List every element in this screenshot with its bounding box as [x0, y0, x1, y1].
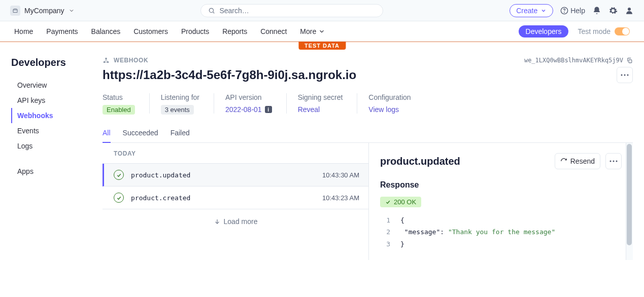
event-row[interactable]: product.created 10:43:23 AM [103, 187, 368, 209]
company-name: MyCompany [24, 7, 64, 15]
response-body: 1{ 2 "message": "Thank you for the messa… [380, 214, 622, 250]
svg-rect-8 [629, 59, 632, 62]
webhook-url: https://1a2b-3c4d-5e6f-7g8h-9i0j.sa.ngro… [103, 68, 356, 82]
code-line: 1{ [380, 214, 622, 226]
svg-point-13 [610, 161, 612, 162]
topbar-right: Create Help [510, 4, 634, 17]
nav-balances[interactable]: Balances [91, 27, 121, 35]
nav-right: Developers Test mode [519, 25, 630, 38]
tab-failed[interactable]: Failed [171, 126, 190, 142]
event-time: 10:43:30 AM [322, 171, 359, 179]
create-button[interactable]: Create [510, 4, 553, 17]
developers-pill[interactable]: Developers [519, 25, 569, 38]
svg-point-11 [627, 75, 629, 76]
reveal-link[interactable]: Reveal [298, 105, 343, 114]
code-line: 2 "message": "Thank you for the message" [380, 226, 622, 238]
tab-all[interactable]: All [103, 126, 111, 143]
copy-icon[interactable] [626, 57, 633, 64]
dots-icon [621, 74, 629, 76]
help-icon [560, 7, 568, 15]
tab-succeeded[interactable]: Succeeded [123, 126, 158, 142]
status-label: Status [103, 93, 135, 101]
split-view: TODAY product.updated 10:43:30 AM produc… [103, 143, 633, 260]
webhook-icon [103, 57, 110, 64]
event-time: 10:43:23 AM [322, 194, 359, 202]
test-data-badge: TEST DATA [298, 42, 346, 50]
detail-title: product.updated [380, 156, 550, 167]
nav-payments[interactable]: Payments [46, 27, 78, 35]
scrollbar[interactable] [626, 143, 633, 260]
search-placeholder: Search… [219, 7, 249, 15]
webhook-id: we_1LXQ0wBBslhmvAKEYRkq5j9V [524, 57, 623, 64]
nav-row: Home Payments Balances Customers Product… [0, 21, 644, 42]
company-switcher[interactable]: MyCompany [10, 6, 75, 16]
kv-status: Status Enabled [103, 93, 150, 114]
main-layout: Developers Overview API keys Webhooks Ev… [0, 42, 644, 260]
nav-left: Home Payments Balances Customers Product… [14, 27, 325, 35]
load-more-label: Load more [224, 217, 258, 226]
detail-more-button[interactable] [605, 153, 622, 169]
nav-reports[interactable]: Reports [222, 27, 247, 35]
sidebar-item-events[interactable]: Events [11, 123, 91, 138]
check-icon [114, 193, 124, 203]
kv-config: Configuration View logs [368, 93, 425, 114]
api-version-value[interactable]: 2022-08-01 i [225, 105, 272, 114]
nav-more-label: More [300, 27, 316, 35]
check-icon [114, 170, 124, 180]
test-mode-label: Test mode [578, 27, 611, 35]
sidebar-item-logs[interactable]: Logs [11, 138, 91, 154]
resend-button[interactable]: Resend [555, 153, 600, 169]
sidebar-item-api-keys[interactable]: API keys [11, 93, 91, 108]
info-icon: i [265, 106, 272, 113]
svg-line-1 [213, 12, 215, 13]
svg-point-9 [621, 75, 623, 76]
webhook-id-wrap: we_1LXQ0wBBslhmvAKEYRkq5j9V [524, 57, 633, 64]
sidebar-item-webhooks[interactable]: Webhooks [11, 108, 91, 123]
breadcrumb: WEBHOOK [103, 57, 148, 64]
svg-point-15 [616, 161, 618, 162]
sidebar-item-apps[interactable]: Apps [11, 164, 91, 179]
event-tabs: All Succeeded Failed [103, 126, 633, 143]
day-header: TODAY [103, 143, 368, 164]
create-label: Create [516, 7, 537, 15]
chevron-down-icon [318, 28, 325, 35]
sidebar-item-overview[interactable]: Overview [11, 78, 91, 93]
nav-customers[interactable]: Customers [133, 27, 168, 35]
search-input[interactable]: Search… [200, 4, 383, 17]
kv-api-version: API version 2022-08-01 i [225, 93, 287, 114]
check-icon [385, 199, 391, 205]
response-status-text: 200 OK [394, 198, 416, 206]
user-icon[interactable] [625, 6, 634, 15]
svg-point-7 [105, 58, 107, 60]
help-label: Help [570, 7, 585, 15]
load-more-button[interactable]: Load more [103, 209, 368, 234]
title-row: https://1a2b-3c4d-5e6f-7g8h-9i0j.sa.ngro… [103, 67, 633, 83]
kv-listening: Listening for 3 events [161, 93, 214, 114]
event-row[interactable]: product.updated 10:43:30 AM [103, 164, 368, 187]
svg-point-0 [210, 8, 214, 12]
event-name: product.updated [131, 171, 190, 179]
gear-icon[interactable] [608, 6, 618, 15]
nav-connect[interactable]: Connect [260, 27, 287, 35]
bell-icon[interactable] [592, 6, 601, 15]
help-link[interactable]: Help [560, 7, 585, 15]
nav-products[interactable]: Products [181, 27, 209, 35]
nav-home[interactable]: Home [14, 27, 33, 35]
arrow-down-icon [214, 218, 221, 225]
test-mode-toggle[interactable] [615, 27, 630, 35]
svg-point-3 [564, 12, 565, 13]
dots-icon [609, 160, 618, 162]
sidebar: Developers Overview API keys Webhooks Ev… [0, 42, 91, 260]
search-wrap: Search… [81, 4, 504, 17]
kv-signing: Signing secret Reveal [298, 93, 358, 114]
chevron-down-icon [69, 8, 75, 14]
events-pane: TODAY product.updated 10:43:30 AM produc… [103, 143, 369, 260]
svg-point-14 [613, 161, 615, 162]
signing-label: Signing secret [298, 93, 343, 101]
more-button[interactable] [617, 67, 633, 83]
view-logs-link[interactable]: View logs [368, 105, 411, 114]
code-line: 3} [380, 238, 622, 250]
status-badge: Enabled [103, 105, 135, 115]
listening-badge[interactable]: 3 events [161, 105, 194, 115]
nav-more[interactable]: More [300, 27, 325, 35]
